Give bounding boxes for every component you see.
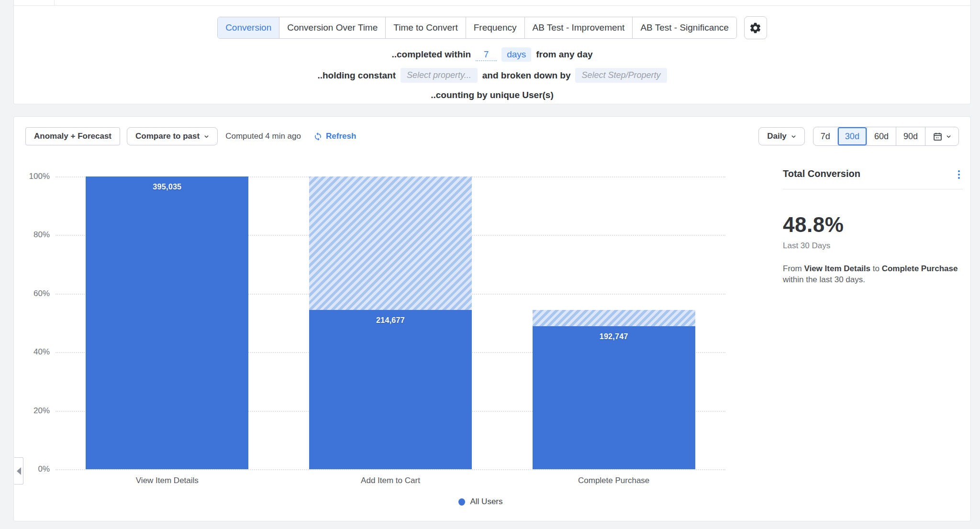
chart-card: Anomaly + Forecast Compare to past Compu…: [13, 116, 971, 521]
x-axis-label: Complete Purchase: [578, 476, 649, 485]
total-conversion-value: 48.8%: [783, 213, 963, 237]
desc-prefix: From: [783, 264, 802, 273]
bar-value-label: 214,677: [309, 316, 472, 325]
total-conversion-description: From View Item Details to Complete Purch…: [783, 263, 961, 285]
counting-by-row: ..counting by unique User(s): [14, 90, 970, 100]
tab-conversion-over-time[interactable]: Conversion Over Time: [279, 17, 385, 38]
conversion-window-row: ..completed within 7 days from any day: [14, 47, 970, 62]
legend-label: All Users: [470, 497, 502, 507]
query-card-top-edge: [14, 0, 970, 6]
view-tabs: ConversionConversion Over TimeTime to Co…: [217, 17, 737, 39]
y-axis-label: 100%: [29, 172, 50, 181]
desc-to-step: Complete Purchase: [882, 264, 958, 273]
plot-area: 395,035View Item Details214,677Add Item …: [56, 176, 725, 469]
y-axis-label: 0%: [38, 464, 50, 474]
funnel-dropoff-segment[interactable]: [309, 176, 472, 310]
gridline: [56, 469, 725, 470]
summary-divider: [783, 189, 963, 189]
chart-settings-button[interactable]: [744, 16, 767, 39]
holding-constant-label: ..holding constant: [317, 70, 396, 81]
funnel-bar-view-item-details[interactable]: [86, 176, 248, 469]
chart-legend: All Users: [14, 497, 947, 507]
from-any-day-label: from any day: [536, 49, 592, 60]
y-axis-label: 20%: [33, 406, 50, 416]
tab-frequency[interactable]: Frequency: [466, 17, 524, 38]
total-conversion-period: Last 30 Days: [783, 241, 963, 251]
y-axis-label: 40%: [33, 347, 50, 357]
desc-mid: to: [873, 264, 880, 273]
tab-ab-test-improvement[interactable]: AB Test - Improvement: [524, 17, 633, 38]
holding-constant-property-select[interactable]: Select property...: [401, 68, 478, 83]
y-axis-label: 80%: [33, 230, 50, 240]
legend-dot-icon: [458, 498, 465, 506]
query-builder-card: ConversionConversion Over TimeTime to Co…: [13, 0, 971, 104]
y-axis-label: 60%: [33, 289, 50, 298]
funnel-bar-complete-purchase[interactable]: [533, 326, 695, 469]
summary-title: Total Conversion: [783, 168, 860, 179]
tab-ab-test-significance[interactable]: AB Test - Significance: [632, 17, 736, 38]
collapse-panel-handle[interactable]: [14, 457, 23, 485]
view-tabs-row: ConversionConversion Over TimeTime to Co…: [14, 16, 970, 39]
tab-conversion[interactable]: Conversion: [218, 17, 279, 38]
x-axis-label: Add Item to Cart: [361, 476, 420, 485]
funnel-dropoff-segment[interactable]: [533, 310, 695, 326]
completed-within-label: ..completed within: [391, 49, 471, 60]
x-axis-label: View Item Details: [136, 476, 199, 485]
tab-time-to-convert[interactable]: Time to Convert: [385, 17, 465, 38]
broken-down-by-label: and broken down by: [482, 70, 571, 81]
breakdown-property-select[interactable]: Select Step/Property: [575, 68, 667, 83]
kebab-menu-icon[interactable]: [955, 168, 963, 181]
conversion-window-unit-select[interactable]: days: [501, 47, 531, 62]
legend-item-all-users[interactable]: All Users: [458, 497, 502, 507]
gear-icon: [749, 22, 762, 34]
total-conversion-panel: Total Conversion 48.8% Last 30 Days From…: [783, 168, 963, 285]
conversion-window-input[interactable]: 7: [476, 48, 497, 61]
triangle-left-icon: [17, 467, 21, 475]
desc-suffix: within the last 30 days.: [783, 275, 865, 284]
bar-value-label: 395,035: [86, 183, 248, 191]
bar-value-label: 192,747: [533, 332, 695, 341]
funnel-bar-add-item-to-cart[interactable]: [309, 310, 472, 469]
counting-by-label: ..counting by unique User(s): [431, 90, 554, 100]
holding-constant-row: ..holding constant Select property... an…: [14, 68, 970, 83]
desc-from-step: View Item Details: [804, 264, 870, 273]
peek-column-divider: [54, 0, 55, 6]
